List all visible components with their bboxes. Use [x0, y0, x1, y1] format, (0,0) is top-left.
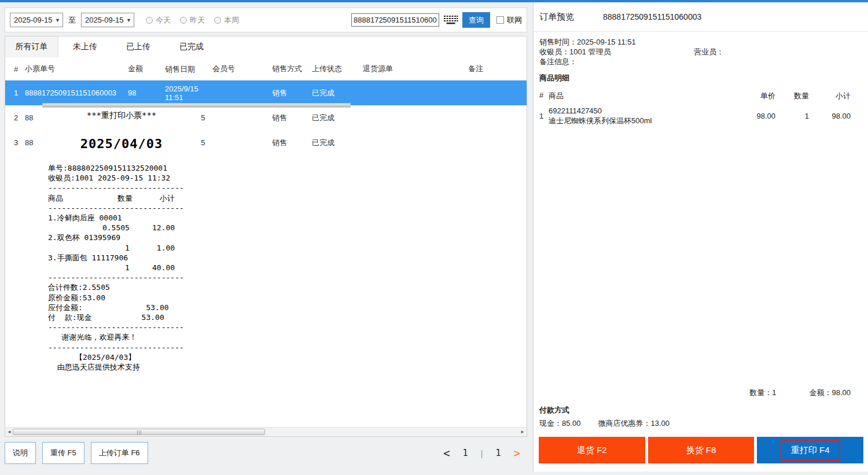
cashier: 收银员：1001 管理员 — [539, 47, 694, 57]
col-subtotal: 小计 — [809, 91, 851, 101]
exchange-button[interactable]: 换货 F8 — [648, 437, 755, 463]
pagination: < 1 | 1 > — [443, 448, 520, 459]
footer-bar: 说明 重传 F5 上传订单 F6 < 1 | 1 > — [5, 440, 527, 466]
payment-cash: 现金：85.00 — [539, 418, 581, 429]
scrollbar-grip-icon — [139, 430, 139, 435]
reprint-button[interactable]: 重打印 F4 — [757, 437, 863, 463]
filter-bar: 2025-09-15 ▼ 至 2025-09-15 ▼ 今天 昨天 本周 — [5, 8, 527, 32]
sale-time: 销售时间：2025-09-15 11:51 — [539, 37, 862, 47]
items-table-header: # 商品 单价 数量 小计 — [534, 91, 868, 101]
radio-thisweek[interactable]: 本周 — [214, 15, 239, 25]
scroll-left-icon[interactable]: ◄ — [7, 429, 12, 435]
radio-today[interactable]: 今天 — [146, 15, 171, 25]
item-qty: 1 — [775, 112, 809, 120]
preview-title: 订单预览 — [539, 12, 603, 23]
quick-date-radios: 今天 昨天 本周 — [146, 15, 239, 25]
radio-yesterday-label: 昨天 — [190, 15, 205, 25]
payment-coupon: 微商店优惠券：13.00 — [598, 418, 670, 429]
cell-upload-status: 已完成 — [312, 138, 363, 148]
col-sale-date: 销售日期 — [165, 65, 212, 73]
receipt-popup-scrollbar[interactable] — [42, 103, 351, 108]
table-row-1[interactable]: 1 8888172509151151060003 98 2025/9/15 11… — [5, 80, 527, 105]
page-divider: | — [481, 448, 483, 458]
chevron-down-icon: ▼ — [126, 17, 131, 23]
radio-icon — [214, 17, 221, 24]
total-qty: 数量：1 — [749, 388, 776, 398]
col-refund-source: 退货源单 — [363, 64, 468, 74]
scroll-right-icon[interactable]: ► — [520, 429, 525, 435]
chevron-down-icon: ▼ — [55, 17, 60, 23]
date-from-select[interactable]: 2025-09-15 ▼ — [10, 13, 63, 27]
item-index: 1 — [539, 112, 549, 120]
radio-yesterday[interactable]: 昨天 — [180, 15, 205, 25]
payment-list: 现金：85.00 微商店优惠券：13.00 — [534, 415, 868, 437]
cell-sale-method: 销售 — [268, 138, 312, 148]
preview-order-no: 8888172509151151060003 — [603, 12, 701, 21]
receipt-body: 单号:8888022509151132520001 收银员:1001 2025-… — [48, 163, 201, 372]
col-product: 商品 — [549, 91, 729, 101]
tab-uploaded[interactable]: 已上传 — [112, 36, 165, 57]
col-index: # — [539, 91, 549, 101]
keyboard-icon[interactable] — [443, 14, 458, 25]
item-row: 1 6922111427450 迪士尼蜘蛛侠系列保温杯500ml 98.00 1… — [534, 106, 868, 126]
reupload-button[interactable]: 重传 F5 — [42, 442, 84, 464]
preview-info: 销售时间：2025-09-15 11:51 收银员：1001 管理员 营业员： … — [534, 32, 868, 67]
item-code: 6922111427450 — [549, 106, 729, 116]
online-label: 联网 — [507, 15, 522, 25]
order-tabs: 所有订单 未上传 已上传 已完成 — [5, 36, 527, 57]
cell-index: 2 — [5, 113, 25, 122]
item-price: 98.00 — [729, 112, 775, 120]
online-checkbox-group[interactable]: 联网 — [496, 15, 522, 25]
col-qty: 数量 — [775, 91, 809, 101]
date-to-select[interactable]: 2025-09-15 ▼ — [81, 13, 134, 27]
tab-completed[interactable]: 已完成 — [165, 36, 218, 57]
order-list-panel: 所有订单 未上传 已上传 已完成 # 小票单号 金额 销售日期 会员号 销售方式… — [5, 36, 527, 437]
item-subtotal: 98.00 — [809, 112, 851, 120]
search-group: 查询 联网 — [351, 12, 522, 28]
col-sale-method: 销售方式 — [268, 64, 312, 74]
query-button[interactable]: 查询 — [462, 12, 490, 28]
col-amount: 金额 — [128, 64, 165, 74]
item-name: 6922111427450 迪士尼蜘蛛侠系列保温杯500ml — [549, 106, 729, 126]
detail-title: 商品明细 — [534, 67, 868, 83]
tab-not-uploaded[interactable]: 未上传 — [58, 36, 112, 57]
col-index: # — [5, 65, 25, 73]
cell-sale-method: 销售 — [268, 88, 312, 98]
col-member: 会员号 — [212, 64, 268, 74]
radio-icon — [180, 17, 187, 24]
prev-page-icon[interactable]: < — [443, 448, 450, 459]
reprint-button-label: 重打印 F4 — [781, 440, 840, 461]
order-table-header: # 小票单号 金额 销售日期 会员号 销售方式 上传状态 退货源单 备注 — [5, 57, 527, 80]
preview-totals: 数量：1 金额：98.00 — [534, 388, 868, 398]
horizontal-scrollbar[interactable]: ◄ ► — [5, 427, 527, 436]
receipt-preview-popup: ***重打印小票*** 2025/04/03 单号:88880225091511… — [42, 108, 201, 411]
checkbox-icon — [496, 16, 504, 24]
total-amount: 金额：98.00 — [809, 388, 851, 398]
next-page-icon[interactable]: > — [514, 448, 520, 459]
salesperson: 营业员： — [694, 47, 724, 57]
total-pages: 1 — [496, 448, 501, 458]
cell-upload-status: 已完成 — [312, 88, 363, 98]
cell-upload-status: 已完成 — [312, 113, 363, 123]
item-title: 迪士尼蜘蛛侠系列保温杯500ml — [549, 116, 729, 126]
upload-order-button[interactable]: 上传订单 F6 — [91, 442, 148, 464]
remark: 备注信息： — [539, 57, 862, 67]
order-preview-panel: 订单预览 8888172509151151060003 销售时间：2025-09… — [533, 2, 868, 472]
receipt-title: ***重打印小票*** — [42, 111, 201, 121]
payment-title: 付款方式 — [534, 398, 868, 415]
cell-index: 3 — [5, 138, 25, 147]
radio-today-label: 今天 — [156, 15, 171, 25]
date-from-value: 2025-09-15 — [14, 16, 53, 24]
col-price: 单价 — [729, 91, 775, 101]
scrollbar-thumb[interactable] — [13, 429, 265, 435]
receipt-big-date: 2025/04/03 — [42, 137, 201, 151]
search-input[interactable] — [351, 13, 439, 27]
date-to-value: 2025-09-15 — [85, 16, 124, 24]
help-button[interactable]: 说明 — [5, 442, 36, 464]
col-receipt-no: 小票单号 — [25, 64, 128, 74]
cell-index: 1 — [5, 89, 25, 97]
cell-receipt-no: 8888172509151151060003 — [25, 89, 128, 97]
tab-all-orders[interactable]: 所有订单 — [5, 36, 58, 57]
radio-thisweek-label: 本周 — [224, 15, 239, 25]
refund-button[interactable]: 退货 F2 — [539, 437, 645, 463]
